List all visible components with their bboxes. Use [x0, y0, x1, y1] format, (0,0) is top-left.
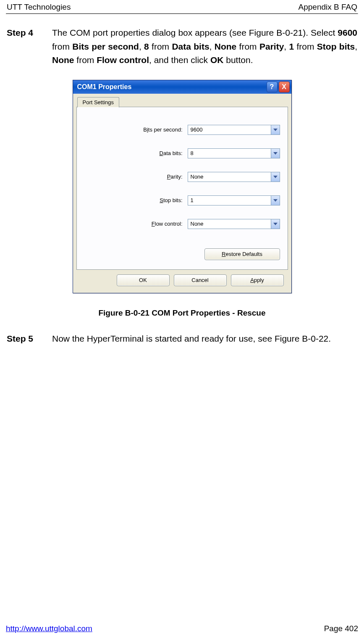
header-left: UTT Technologies — [7, 3, 71, 12]
combo-stop-bits[interactable]: 1 — [188, 195, 280, 205]
com-properties-dialog: COM1 Properties ? X Port Settings — [73, 80, 292, 293]
field-bits-per-second: Bits per second: 9600 — [84, 125, 280, 135]
step-5-text: Now the HyperTerminal is started and rea… — [52, 332, 357, 346]
combo-data-bits[interactable]: 8 — [188, 148, 280, 158]
tab-port-settings[interactable]: Port Settings — [77, 97, 119, 108]
label-parity: Parity: — [107, 174, 183, 180]
combo-bits-per-second[interactable]: 9600 — [188, 125, 280, 135]
restore-defaults-button[interactable]: Restore Defaults — [204, 248, 280, 260]
chevron-down-icon — [271, 196, 280, 205]
apply-button[interactable]: Apply — [231, 274, 284, 286]
footer-url[interactable]: http://www.uttglobal.com — [6, 624, 92, 633]
figure-caption: Figure B-0-21 COM Port Properties - Resc… — [7, 308, 357, 318]
svg-marker-1 — [273, 152, 278, 155]
titlebar-help-button[interactable]: ? — [267, 82, 278, 92]
field-flow-control: Flow control: None — [84, 219, 280, 229]
step-4-text: The COM port properties dialog box appea… — [52, 26, 357, 67]
page-footer: http://www.uttglobal.com Page 402 — [6, 622, 358, 633]
svg-marker-0 — [273, 129, 278, 131]
step-4-label: Step 4 — [7, 26, 40, 67]
combo-stop-bits-value: 1 — [191, 197, 194, 203]
combo-parity[interactable]: None — [188, 172, 280, 182]
ok-button[interactable]: OK — [117, 274, 170, 286]
header-right: Appendix B FAQ — [299, 3, 357, 12]
label-bits-per-second: Bits per second: — [107, 126, 183, 133]
step-5-label: Step 5 — [7, 332, 40, 346]
field-stop-bits: Stop bits: 1 — [84, 195, 280, 205]
chevron-down-icon — [271, 149, 280, 158]
field-parity: Parity: None — [84, 172, 280, 182]
cancel-button[interactable]: Cancel — [174, 274, 227, 286]
dialog-title: COM1 Properties — [77, 83, 132, 91]
svg-marker-3 — [273, 199, 278, 202]
label-stop-bits: Stop bits: — [107, 197, 183, 203]
help-icon: ? — [270, 83, 274, 91]
label-data-bits: Data bits: — [107, 150, 183, 156]
svg-marker-2 — [273, 176, 278, 178]
close-icon: X — [282, 83, 286, 91]
combo-data-bits-value: 8 — [191, 150, 194, 156]
page-header: UTT Technologies Appendix B FAQ — [6, 0, 358, 13]
label-flow-control: Flow control: — [107, 221, 183, 227]
combo-flow-control[interactable]: None — [188, 219, 280, 229]
titlebar-close-button[interactable]: X — [279, 82, 290, 92]
tab-strip: Port Settings — [76, 96, 288, 107]
step-4: Step 4 The COM port properties dialog bo… — [7, 26, 357, 67]
combo-bits-per-second-value: 9600 — [191, 126, 203, 133]
footer-page: Page 402 — [324, 624, 358, 633]
combo-parity-value: None — [191, 174, 204, 180]
field-data-bits: Data bits: 8 — [84, 148, 280, 158]
chevron-down-icon — [271, 172, 280, 182]
chevron-down-icon — [271, 125, 280, 134]
svg-marker-4 — [273, 223, 278, 225]
step-5: Step 5 Now the HyperTerminal is started … — [7, 332, 357, 346]
combo-flow-control-value: None — [191, 221, 204, 227]
dialog-titlebar[interactable]: COM1 Properties ? X — [73, 80, 291, 94]
chevron-down-icon — [271, 219, 280, 229]
tab-panel: Bits per second: 9600 Data b — [76, 107, 288, 270]
